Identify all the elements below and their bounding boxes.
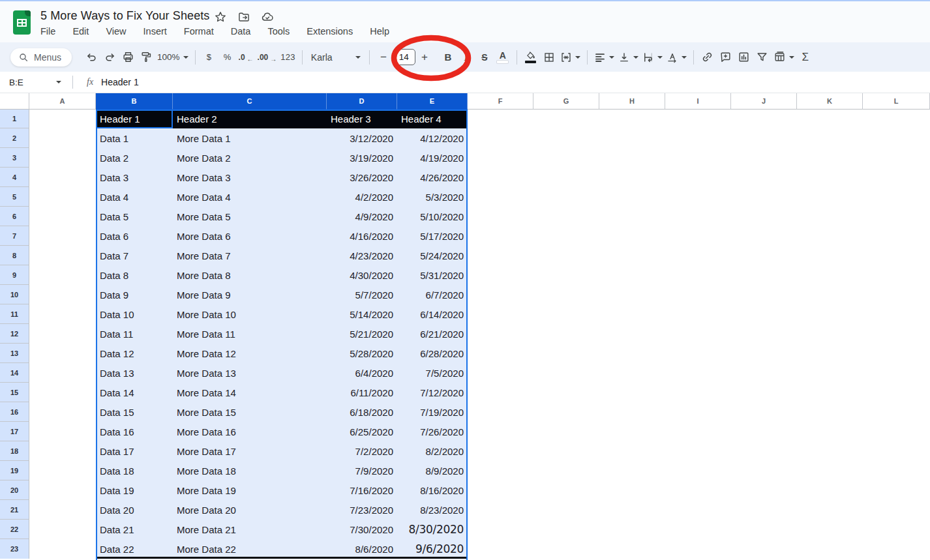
cell-J7[interactable] xyxy=(731,226,797,246)
cell-C19[interactable]: More Data 18 xyxy=(173,461,327,480)
column-header-L[interactable]: L xyxy=(863,93,930,110)
cell-F20[interactable] xyxy=(468,480,533,500)
insert-chart-button[interactable] xyxy=(735,48,753,66)
cell-D1[interactable]: Header 3 xyxy=(327,110,397,128)
cell-E9[interactable]: 5/31/2020 xyxy=(397,265,468,285)
cell-J17[interactable] xyxy=(731,422,797,441)
row-header-19[interactable]: 19 xyxy=(0,461,29,480)
cell-D2[interactable]: 3/12/2020 xyxy=(327,128,397,148)
cell-J18[interactable] xyxy=(731,441,797,461)
row-header-22[interactable]: 22 xyxy=(0,520,29,539)
row-header-5[interactable]: 5 xyxy=(0,187,29,207)
name-box[interactable]: B:E xyxy=(0,78,68,87)
cell-C4[interactable]: More Data 3 xyxy=(173,168,327,187)
cell-L20[interactable] xyxy=(863,480,930,500)
cell-G10[interactable] xyxy=(533,285,599,304)
cell-I23[interactable] xyxy=(665,539,731,559)
cell-F19[interactable] xyxy=(468,461,533,480)
cell-K6[interactable] xyxy=(797,207,863,226)
redo-button[interactable] xyxy=(100,48,119,66)
cell-F5[interactable] xyxy=(468,187,533,207)
cell-E22[interactable]: 8/30/2020 xyxy=(397,520,468,539)
cell-B17[interactable]: Data 16 xyxy=(96,422,173,441)
cell-K11[interactable] xyxy=(797,304,863,324)
cell-B19[interactable]: Data 18 xyxy=(96,461,173,480)
cell-E15[interactable]: 7/12/2020 xyxy=(397,383,468,402)
row-header-13[interactable]: 13 xyxy=(0,344,29,363)
cell-F15[interactable] xyxy=(468,383,533,402)
cell-B6[interactable]: Data 5 xyxy=(96,207,173,226)
cell-I20[interactable] xyxy=(665,480,731,500)
cell-H13[interactable] xyxy=(599,344,665,363)
column-header-B[interactable]: B xyxy=(96,93,173,110)
row-header-8[interactable]: 8 xyxy=(0,246,29,265)
cell-L11[interactable] xyxy=(863,304,930,324)
cell-E12[interactable]: 6/21/2020 xyxy=(397,324,468,344)
cell-D9[interactable]: 4/30/2020 xyxy=(327,265,397,285)
cell-K16[interactable] xyxy=(797,402,863,422)
cell-D4[interactable]: 3/26/2020 xyxy=(327,168,397,187)
menus-search-button[interactable]: Menus xyxy=(10,48,72,66)
cell-G23[interactable] xyxy=(533,539,599,559)
horizontal-align-button[interactable] xyxy=(592,48,616,66)
cell-B22[interactable]: Data 21 xyxy=(96,520,173,539)
cell-J8[interactable] xyxy=(731,246,797,265)
cell-B3[interactable]: Data 2 xyxy=(96,148,173,168)
cell-B14[interactable]: Data 13 xyxy=(96,363,173,383)
cell-L18[interactable] xyxy=(863,441,930,461)
cell-L10[interactable] xyxy=(863,285,930,304)
cell-F8[interactable] xyxy=(468,246,533,265)
menu-item-tools[interactable]: Tools xyxy=(267,26,290,37)
font-size-input[interactable]: 14 xyxy=(393,49,415,65)
cell-A4[interactable] xyxy=(29,168,96,187)
cell-E4[interactable]: 4/26/2020 xyxy=(397,168,468,187)
cell-H22[interactable] xyxy=(599,520,665,539)
column-header-G[interactable]: G xyxy=(533,93,599,110)
cell-J13[interactable] xyxy=(731,344,797,363)
row-header-9[interactable]: 9 xyxy=(0,265,29,285)
cell-J3[interactable] xyxy=(731,148,797,168)
cell-G15[interactable] xyxy=(533,383,599,402)
cell-B13[interactable]: Data 12 xyxy=(96,344,173,363)
cell-I2[interactable] xyxy=(665,128,731,148)
cell-G14[interactable] xyxy=(533,363,599,383)
cell-F7[interactable] xyxy=(468,226,533,246)
cell-I21[interactable] xyxy=(665,500,731,520)
cell-A5[interactable] xyxy=(29,187,96,207)
cell-J4[interactable] xyxy=(731,168,797,187)
cell-G22[interactable] xyxy=(533,520,599,539)
cell-I6[interactable] xyxy=(665,207,731,226)
cell-I11[interactable] xyxy=(665,304,731,324)
cell-A3[interactable] xyxy=(29,148,96,168)
cell-I13[interactable] xyxy=(665,344,731,363)
cell-B4[interactable]: Data 3 xyxy=(96,168,173,187)
cell-H2[interactable] xyxy=(599,128,665,148)
cell-C11[interactable]: More Data 10 xyxy=(173,304,327,324)
cell-J12[interactable] xyxy=(731,324,797,344)
cell-K17[interactable] xyxy=(797,422,863,441)
cell-D17[interactable]: 6/25/2020 xyxy=(327,422,397,441)
cell-K18[interactable] xyxy=(797,441,863,461)
increase-decimals-button[interactable]: .00→ xyxy=(256,48,279,66)
cell-H19[interactable] xyxy=(599,461,665,480)
cell-I4[interactable] xyxy=(665,168,731,187)
cell-A2[interactable] xyxy=(29,128,96,148)
cell-J1[interactable] xyxy=(731,110,797,128)
cell-K20[interactable] xyxy=(797,480,863,500)
cell-B2[interactable]: Data 1 xyxy=(96,128,173,148)
cloud-saved-icon[interactable] xyxy=(261,10,274,23)
decrease-decimals-button[interactable]: .0← xyxy=(237,48,256,66)
cell-G7[interactable] xyxy=(533,226,599,246)
cell-B11[interactable]: Data 10 xyxy=(96,304,173,324)
cell-G13[interactable] xyxy=(533,344,599,363)
cell-B7[interactable]: Data 6 xyxy=(96,226,173,246)
insert-comment-button[interactable] xyxy=(717,48,735,66)
cell-G19[interactable] xyxy=(533,461,599,480)
move-to-folder-icon[interactable] xyxy=(237,10,250,23)
cell-G2[interactable] xyxy=(533,128,599,148)
text-wrap-button[interactable] xyxy=(640,48,665,66)
cell-C17[interactable]: More Data 16 xyxy=(173,422,327,441)
cell-J20[interactable] xyxy=(731,480,797,500)
cell-D6[interactable]: 4/9/2020 xyxy=(327,207,397,226)
format-percent-button[interactable]: % xyxy=(218,48,237,66)
